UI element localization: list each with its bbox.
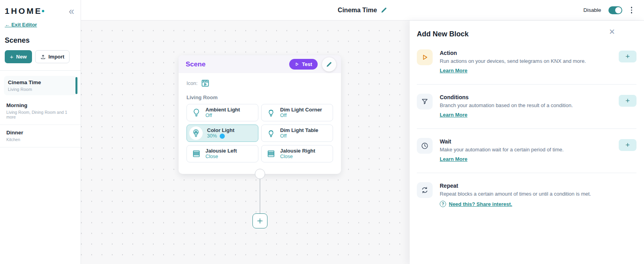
edit-scene-button[interactable]	[322, 57, 336, 72]
disable-toggle[interactable]	[608, 6, 622, 14]
scene-rooms: Living Room	[8, 87, 73, 92]
block-option-action[interactable]: Action Run actions on your devices, send…	[410, 49, 644, 74]
block-option-repeat: Repeat Repeat blocks a certain amount of…	[410, 182, 644, 207]
block-option-wait[interactable]: Wait Make your automation wait for a cer…	[410, 138, 644, 162]
room-group-label: Living Room	[186, 94, 333, 100]
device-dim-light-table[interactable]: Dim Light TableOff	[261, 124, 333, 142]
disable-label: Disable	[583, 7, 601, 13]
block-description: Branch your automation based on the resu…	[440, 102, 612, 108]
scenes-heading: Scenes	[5, 36, 76, 45]
block-description: Repeat blocks a certain amount of times …	[440, 191, 636, 197]
bulb-icon	[192, 108, 201, 117]
test-scene-button[interactable]: Test	[289, 59, 318, 70]
learn-more-link[interactable]: Learn More	[440, 156, 467, 162]
share-interest-link[interactable]: Need this? Share interest.	[449, 201, 512, 207]
funnel-icon	[417, 94, 433, 109]
plus-icon	[256, 217, 264, 225]
logo-dot	[42, 10, 44, 12]
edit-title-pencil-icon[interactable]	[380, 7, 387, 13]
scene-list-item-cinema-time[interactable]: Cinema Time Living Room	[4, 76, 77, 95]
play-icon	[295, 62, 299, 66]
divider	[417, 128, 636, 129]
block-description: Make your automation wait for a certain …	[440, 147, 612, 153]
block-option-conditions[interactable]: Conditions Branch your automation based …	[410, 94, 644, 118]
device-color-light[interactable]: Color Light 30%	[186, 124, 258, 142]
divider	[417, 84, 636, 85]
plus-icon: +	[10, 53, 13, 60]
color-bulb-icon	[189, 126, 203, 140]
blinds-icon	[266, 149, 276, 158]
toggle-knob	[615, 7, 621, 13]
icon-field-label: Icon:	[186, 80, 198, 86]
scene-block-card: Scene Test Icon: Living Room	[179, 55, 341, 174]
learn-more-link[interactable]: Learn More	[440, 112, 467, 118]
scene-card-header: Scene Test	[179, 55, 341, 73]
device-jalousie-right[interactable]: Jalousie RightClose	[261, 145, 333, 162]
connector-port[interactable]	[255, 169, 265, 179]
action-play-icon	[417, 49, 433, 65]
dim-bulb-icon	[266, 108, 276, 117]
movie-clapper-icon[interactable]	[201, 79, 210, 88]
question-icon: ?	[440, 201, 446, 207]
device-jalousie-left[interactable]: Jalousie LeftClose	[186, 145, 258, 162]
block-title: Wait	[440, 138, 612, 145]
scene-list-item-dinner[interactable]: Dinner Kitchen	[0, 125, 81, 147]
import-button[interactable]: Import	[35, 50, 70, 63]
divider	[0, 70, 81, 71]
new-scene-button[interactable]: +New	[5, 50, 32, 63]
scene-block-title: Scene	[186, 60, 205, 68]
close-panel-icon[interactable]: ✕	[607, 27, 617, 37]
clock-icon	[417, 138, 433, 154]
scene-name: Cinema Time	[8, 79, 73, 85]
add-action-button[interactable]: +	[619, 51, 636, 62]
connector-line	[260, 179, 260, 213]
repeat-arrows-icon	[417, 182, 433, 198]
add-wait-button[interactable]: +	[619, 139, 636, 151]
device-dim-light-corner[interactable]: Dim Light CornerOff	[261, 104, 333, 121]
automation-title: Cinema Time	[338, 7, 377, 14]
upload-icon	[40, 54, 46, 60]
block-title: Conditions	[440, 94, 612, 100]
blinds-icon	[192, 149, 201, 158]
divider	[417, 173, 636, 173]
scene-rooms: Living Room, Dining Room and 1 more	[6, 110, 74, 119]
sidebar: 1HOME « ← Exit Editor Scenes +New Import…	[0, 0, 81, 264]
scene-name: Dinner	[6, 130, 74, 136]
exit-editor-link[interactable]: ← Exit Editor	[5, 22, 76, 28]
pencil-icon	[326, 61, 332, 68]
dim-bulb-icon	[266, 128, 276, 138]
top-bar: Cinema Time Disable	[81, 0, 644, 21]
scene-rooms: Kitchen	[6, 137, 74, 142]
add-conditions-button[interactable]: +	[619, 95, 636, 107]
color-indicator-dot	[220, 134, 225, 139]
device-grid: Ambient LightOff Dim Light CornerOff Col…	[186, 104, 333, 162]
add-new-block-panel: Add New Block ✕ Action Run actions on yo…	[410, 21, 644, 264]
kebab-menu-icon[interactable]	[629, 5, 634, 15]
brand-logo: 1HOME	[5, 6, 44, 16]
scene-name: Morning	[6, 102, 74, 108]
collapse-sidebar-icon[interactable]: «	[69, 8, 74, 15]
block-title: Action	[440, 50, 612, 56]
add-block-button[interactable]	[252, 213, 267, 228]
device-ambient-light[interactable]: Ambient LightOff	[186, 104, 258, 121]
learn-more-link[interactable]: Learn More	[440, 68, 467, 74]
block-title: Repeat	[440, 183, 636, 189]
block-description: Run actions on your devices, send telegr…	[440, 58, 612, 64]
scene-list-item-morning[interactable]: Morning Living Room, Dining Room and 1 m…	[0, 98, 81, 125]
